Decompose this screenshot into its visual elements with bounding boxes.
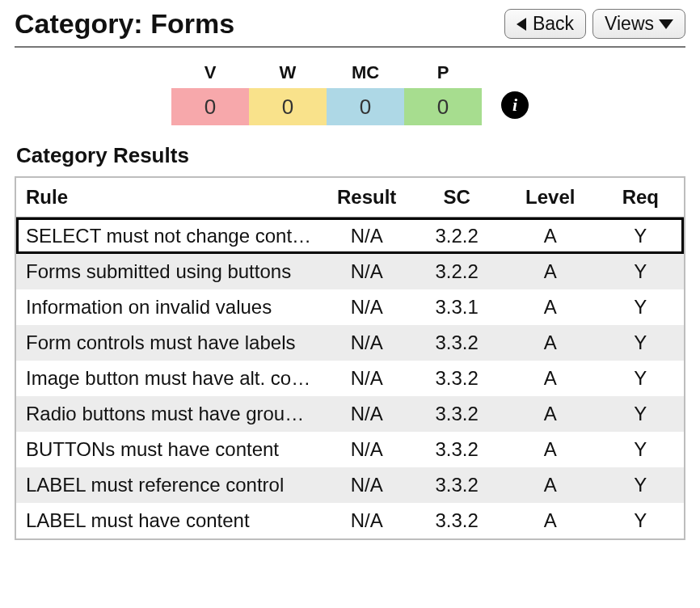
cell-req: Y [597,467,684,503]
summary-tile-value: 0 [327,88,404,125]
summary-tile-label: W [280,62,297,83]
cell-rule: Information on invalid values [16,289,323,325]
cell-level: A [504,289,597,325]
info-icon[interactable]: i [501,91,529,119]
cell-rule: Forms submitted using buttons [16,254,323,289]
svg-marker-0 [517,18,526,31]
cell-result: N/A [323,467,410,503]
back-button[interactable]: Back [504,9,586,39]
cell-sc: 3.3.2 [410,361,504,396]
col-req[interactable]: Req [597,178,684,217]
summary-tile-label: MC [352,62,379,83]
table-row[interactable]: Radio buttons must have grouping labelN/… [16,396,684,432]
summary-tile-mc: MC0 [327,62,404,125]
summary-tile-value: 0 [404,88,482,125]
cell-level: A [504,432,597,467]
cell-result: N/A [323,361,410,396]
summary-tile-label: P [437,62,449,83]
cell-result: N/A [323,289,410,325]
cell-result: N/A [323,217,410,254]
summary-tiles: V0W0MC0P0 [171,62,482,125]
table-row[interactable]: Image button must have alt. contentN/A3.… [16,361,684,396]
cell-level: A [504,467,597,503]
results-title: Category Results [16,143,685,168]
cell-rule: LABEL must reference control [16,467,323,503]
summary-tile-v: V0 [171,62,249,125]
cell-rule: Form controls must have labels [16,325,323,361]
cell-sc: 3.3.2 [410,396,504,432]
cell-req: Y [597,432,684,467]
cell-sc: 3.2.2 [410,254,504,289]
cell-level: A [504,361,597,396]
cell-result: N/A [323,503,410,538]
cell-rule: Radio buttons must have grouping label [16,396,323,432]
header-buttons: Back Views [504,9,685,39]
table-row[interactable]: LABEL must have contentN/A3.3.2AY [16,503,684,538]
cell-req: Y [597,254,684,289]
triangle-left-icon [517,18,528,31]
col-level[interactable]: Level [504,178,597,217]
summary-row: V0W0MC0P0 i [15,62,685,125]
cell-req: Y [597,396,684,432]
cell-result: N/A [323,254,410,289]
header-bar: Category: Forms Back Views [15,8,685,48]
summary-tile-value: 0 [249,88,327,125]
cell-level: A [504,254,597,289]
back-button-label: Back [533,13,574,35]
summary-tile-label: V [205,62,217,83]
cell-result: N/A [323,325,410,361]
views-button-label: Views [605,13,654,35]
cell-sc: 3.2.2 [410,217,504,254]
col-sc[interactable]: SC [410,178,504,217]
cell-req: Y [597,325,684,361]
cell-rule: SELECT must not change context [16,217,323,254]
cell-level: A [504,503,597,538]
results-table-wrap: Rule Result SC Level Req SELECT must not… [15,176,685,540]
table-row[interactable]: SELECT must not change contextN/A3.2.2AY [16,217,684,254]
cell-req: Y [597,217,684,254]
page-title: Category: Forms [15,8,234,40]
cell-req: Y [597,289,684,325]
cell-result: N/A [323,396,410,432]
cell-req: Y [597,503,684,538]
results-table: Rule Result SC Level Req SELECT must not… [16,178,684,538]
summary-tile-w: W0 [249,62,327,125]
col-rule[interactable]: Rule [16,178,323,217]
cell-rule: LABEL must have content [16,503,323,538]
cell-req: Y [597,361,684,396]
table-row[interactable]: Information on invalid valuesN/A3.3.1AY [16,289,684,325]
views-button[interactable]: Views [592,9,685,39]
cell-level: A [504,325,597,361]
cell-level: A [504,217,597,254]
cell-rule: BUTTONs must have content [16,432,323,467]
cell-sc: 3.3.1 [410,289,504,325]
cell-sc: 3.3.2 [410,503,504,538]
cell-sc: 3.3.2 [410,467,504,503]
summary-tile-p: P0 [404,62,482,125]
cell-result: N/A [323,432,410,467]
cell-sc: 3.3.2 [410,325,504,361]
summary-tile-value: 0 [171,88,249,125]
svg-marker-1 [659,19,673,29]
table-row[interactable]: BUTTONs must have contentN/A3.3.2AY [16,432,684,467]
table-header-row: Rule Result SC Level Req [16,178,684,217]
table-row[interactable]: LABEL must reference controlN/A3.3.2AY [16,467,684,503]
table-row[interactable]: Forms submitted using buttonsN/A3.2.2AY [16,254,684,289]
cell-sc: 3.3.2 [410,432,504,467]
triangle-down-icon [659,19,673,29]
cell-rule: Image button must have alt. content [16,361,323,396]
table-row[interactable]: Form controls must have labelsN/A3.3.2AY [16,325,684,361]
col-result[interactable]: Result [323,178,410,217]
cell-level: A [504,396,597,432]
